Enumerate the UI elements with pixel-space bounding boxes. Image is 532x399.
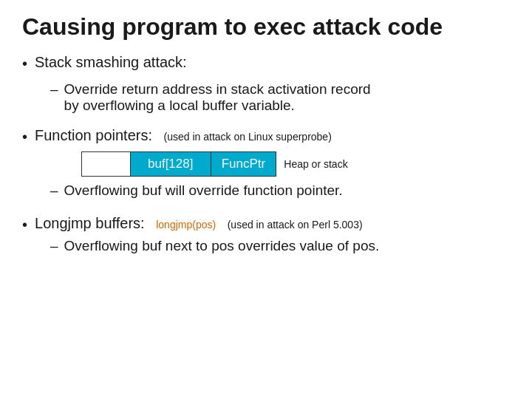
- bullet-longjmp: • Longjmp buffers: longjmp(pos) (used in…: [22, 215, 510, 233]
- bullet-dot-2: •: [22, 129, 27, 146]
- buf-cell: buf[128]: [130, 151, 211, 177]
- buffer-diagram: buf[128] FuncPtr Heap or stack: [81, 151, 510, 177]
- subitem-longjmp-overflow: – Overflowing buf next to pos overrides …: [50, 238, 510, 254]
- diagram-row: buf[128] FuncPtr Heap or stack: [81, 151, 348, 177]
- bullet-dot-1: •: [22, 55, 27, 72]
- bullet-longjmp-text: Longjmp buffers:: [35, 215, 145, 231]
- subitem-override-return: – Override return address in stack activ…: [50, 81, 510, 114]
- longjmp-pos-inline: longjmp(pos): [156, 219, 216, 231]
- longjmp-note: (used in attack on Perl 5.003): [228, 219, 363, 231]
- bullet-stack-smashing: • Stack smashing attack:: [22, 54, 510, 72]
- subitem-overflowing-funcptr-text: Overflowing buf will override function p…: [64, 183, 510, 199]
- function-pointers-note: (used in attack on Linux superprobe): [164, 131, 332, 143]
- sub-dash-2: –: [50, 183, 58, 199]
- bullet-function-pointers-content: Function pointers: (used in attack on Li…: [35, 127, 510, 144]
- subitem-override-return-text: Override return address in stack activat…: [64, 81, 510, 114]
- heap-label: Heap or stack: [284, 157, 347, 171]
- bullet-stack-smashing-text: Stack smashing attack:: [35, 54, 510, 71]
- bullet-function-pointers: • Function pointers: (used in attack on …: [22, 127, 510, 146]
- bullet-longjmp-content: Longjmp buffers: longjmp(pos) (used in a…: [35, 215, 510, 232]
- sub-dash-1: –: [50, 81, 58, 98]
- empty-cell: [81, 151, 130, 177]
- funcptr-cell: FuncPtr: [211, 151, 277, 177]
- bullet-function-pointers-text: Function pointers:: [35, 127, 152, 143]
- bullet-dot-3: •: [22, 216, 27, 233]
- subitem-overflowing-funcptr: – Overflowing buf will override function…: [50, 183, 510, 199]
- sub-dash-3: –: [50, 238, 58, 254]
- subitem-longjmp-overflow-text: Overflowing buf next to pos overrides va…: [64, 238, 510, 254]
- slide-title: Causing program to exec attack code: [22, 13, 510, 41]
